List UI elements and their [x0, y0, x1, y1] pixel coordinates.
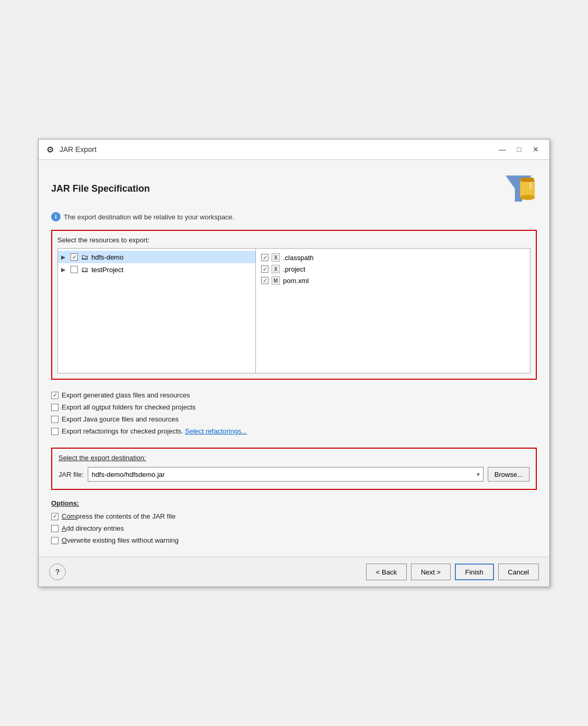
- file-icon-project: X: [272, 265, 280, 273]
- checkbox-directory[interactable]: [51, 525, 58, 532]
- file-label-classpath: .classpath: [283, 254, 314, 262]
- info-text: The export destination will be relative …: [64, 213, 234, 221]
- destination-label: Select the export destination:: [58, 454, 530, 462]
- checkbox-hdfs-demo[interactable]: [70, 253, 78, 261]
- export-opt3-label: Export Java source files and resources: [62, 415, 179, 423]
- destination-section: Select the export destination: JAR file:…: [51, 448, 537, 490]
- dropdown-arrow-icon: ▾: [477, 471, 480, 478]
- next-button[interactable]: Next >: [411, 564, 451, 580]
- jar-file-value: hdfs-demo/hdfsdemo.jar: [91, 471, 476, 478]
- file-item-classpath[interactable]: X .classpath: [260, 252, 526, 263]
- checkbox-project[interactable]: [261, 265, 268, 273]
- jar-file-row: JAR file: hdfs-demo/hdfsdemo.jar ▾ Brows…: [58, 467, 530, 482]
- page-title: JAR File Specification: [51, 183, 150, 194]
- svg-point-3: [520, 195, 535, 200]
- file-label-pom: pom.xml: [283, 277, 309, 285]
- options-section: Options: Compress the contents of the JA…: [51, 499, 537, 546]
- checkbox-classpath[interactable]: [261, 254, 268, 261]
- minimize-button[interactable]: —: [495, 144, 510, 155]
- checkbox-opt4[interactable]: [51, 428, 58, 435]
- window-icon: ⚙: [45, 144, 55, 155]
- maximize-button[interactable]: □: [512, 144, 526, 155]
- checkbox-pom[interactable]: [261, 277, 268, 284]
- opt-directory[interactable]: Add directory entries: [51, 522, 537, 534]
- jar-icon: [500, 170, 537, 207]
- info-icon: i: [51, 212, 61, 221]
- project-icon-test: 🗂: [80, 265, 89, 274]
- checkbox-testproject[interactable]: [70, 266, 78, 273]
- opt-overwrite-label: Overwrite existing files without warning: [62, 536, 179, 544]
- opt-compress-label: Compress the contents of the JAR file: [62, 512, 175, 520]
- opt-overwrite[interactable]: Overwrite existing files without warning: [51, 534, 537, 546]
- file-item-pom[interactable]: M pom.xml: [260, 275, 526, 286]
- help-button[interactable]: ?: [49, 564, 66, 580]
- page-title-row: JAR File Specification: [51, 170, 537, 207]
- tree-label-test: testProject: [91, 266, 123, 274]
- file-label-project: .project: [283, 265, 305, 273]
- file-item-project[interactable]: X .project: [260, 263, 526, 275]
- jar-file-input[interactable]: hdfs-demo/hdfsdemo.jar ▾: [88, 467, 483, 482]
- expand-arrow-test: ▶: [61, 266, 68, 273]
- dialog-content: JAR File Specification i: [39, 160, 549, 557]
- export-opt4-label: Export refactorings for checked projects…: [62, 427, 247, 435]
- checkbox-opt2[interactable]: [51, 404, 58, 411]
- checkbox-compress[interactable]: [51, 513, 58, 520]
- jar-export-dialog: ⚙ JAR Export — □ ✕ JAR File Specificatio…: [38, 139, 550, 587]
- info-line: i The export destination will be relativ…: [51, 212, 537, 221]
- export-opt1-label: Export generated class files and resourc…: [62, 391, 190, 399]
- close-button[interactable]: ✕: [528, 144, 543, 155]
- expand-arrow-hdfs: ▶: [61, 254, 68, 261]
- tree-pane[interactable]: ▶ 🗂 hdfs-demo ▶ 🗂 testProject: [57, 248, 256, 373]
- window-title: JAR Export: [60, 145, 491, 154]
- svg-point-5: [529, 182, 532, 190]
- resources-label: Select the resources to export:: [57, 236, 531, 244]
- select-refactorings-link[interactable]: Select refactorings...: [185, 427, 247, 435]
- project-icon-hdfs: 🗂: [80, 252, 89, 262]
- bottom-bar: ? < Back Next > Finish Cancel: [39, 557, 549, 587]
- opt-compress[interactable]: Compress the contents of the JAR file: [51, 510, 537, 522]
- tree-item-testproject[interactable]: ▶ 🗂 testProject: [58, 263, 255, 276]
- back-button[interactable]: < Back: [366, 564, 407, 580]
- export-opt2[interactable]: Export all output folders for checked pr…: [51, 401, 537, 413]
- title-bar: ⚙ JAR Export — □ ✕: [39, 139, 549, 160]
- file-icon-classpath: X: [272, 253, 280, 262]
- finish-button[interactable]: Finish: [455, 564, 494, 580]
- tree-label-hdfs: hdfs-demo: [91, 253, 123, 261]
- options-label: Options:: [51, 499, 537, 507]
- resources-pane: ▶ 🗂 hdfs-demo ▶ 🗂 testProject: [57, 248, 531, 373]
- export-opt3[interactable]: Export Java source files and resources: [51, 413, 537, 425]
- export-opt2-label: Export all output folders for checked pr…: [62, 403, 196, 411]
- files-pane: X .classpath X .project M pom.xml: [256, 248, 531, 373]
- file-icon-pom: M: [272, 276, 280, 285]
- tree-item-hdfs-demo[interactable]: ▶ 🗂 hdfs-demo: [58, 251, 255, 263]
- cancel-button[interactable]: Cancel: [498, 564, 539, 580]
- opt-directory-label: Add directory entries: [62, 524, 124, 532]
- svg-rect-4: [521, 178, 534, 182]
- checkbox-opt3[interactable]: [51, 416, 58, 423]
- browse-button[interactable]: Browse...: [488, 467, 530, 482]
- export-options-section: Export generated class files and resourc…: [51, 389, 537, 437]
- export-opt4[interactable]: Export refactorings for checked projects…: [51, 425, 537, 437]
- window-controls: — □ ✕: [495, 144, 543, 155]
- jar-file-label: JAR file:: [58, 471, 84, 478]
- checkbox-opt1[interactable]: [51, 392, 58, 399]
- resources-section: Select the resources to export: ▶ 🗂 hdfs…: [51, 230, 537, 380]
- export-opt1[interactable]: Export generated class files and resourc…: [51, 389, 537, 401]
- checkbox-overwrite[interactable]: [51, 537, 58, 544]
